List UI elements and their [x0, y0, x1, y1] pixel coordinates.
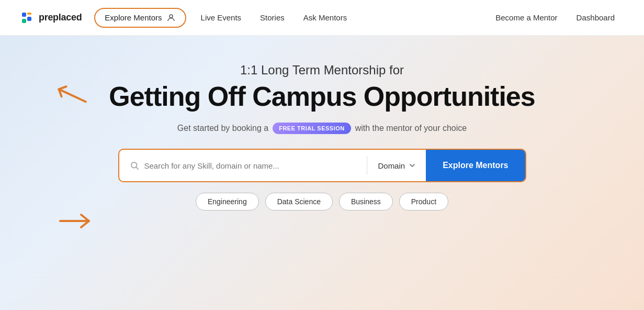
nav-become-mentor[interactable]: Become a Mentor: [487, 9, 566, 26]
search-input-wrap: [119, 161, 367, 170]
arrow-mid-left-icon: [58, 208, 94, 237]
explore-mentors-button[interactable]: Explore Mentors: [426, 150, 525, 181]
domain-label: Domain: [378, 161, 405, 170]
svg-line-8: [136, 167, 138, 169]
chevron-down-icon: [409, 162, 415, 169]
search-icon: [130, 161, 139, 170]
hero-desc-before: Get started by booking a: [177, 124, 268, 133]
nav-explore-label: Explore Mentors: [105, 13, 162, 22]
navbar: preplaced Explore Mentors Live Events St…: [0, 0, 644, 36]
nav-right: Become a Mentor Dashboard: [487, 9, 623, 26]
svg-rect-1: [27, 13, 31, 15]
nav-stories[interactable]: Stories: [252, 9, 293, 26]
tag-data-science[interactable]: Data Science: [265, 193, 333, 211]
hero-title: Getting Off Campus Opportunities: [109, 81, 535, 112]
svg-rect-3: [27, 17, 31, 21]
domain-select[interactable]: Domain: [367, 161, 426, 170]
tag-engineering[interactable]: Engineering: [196, 193, 259, 211]
svg-line-5: [59, 82, 85, 109]
logo-text: preplaced: [39, 12, 82, 23]
arrow-top-left-icon: [52, 75, 95, 121]
user-icon: [166, 13, 176, 23]
search-box: Domain Explore Mentors: [118, 149, 526, 182]
free-trial-badge[interactable]: FREE TRIAL SESSION: [273, 123, 351, 134]
nav-links: Explore Mentors Live Events Stories Ask …: [94, 8, 487, 28]
nav-explore-mentors-button[interactable]: Explore Mentors: [94, 8, 186, 28]
logo-icon: [21, 10, 36, 25]
tag-row: Engineering Data Science Business Produc…: [196, 193, 448, 211]
tag-product[interactable]: Product: [399, 193, 448, 211]
hero-section: 1:1 Long Term Mentorship for Getting Off…: [0, 36, 644, 211]
svg-rect-0: [22, 13, 26, 17]
nav-dashboard[interactable]: Dashboard: [568, 9, 623, 26]
svg-point-4: [170, 15, 173, 18]
logo[interactable]: preplaced: [21, 10, 82, 25]
hero-desc-after: with the mentor of your choice: [355, 124, 467, 133]
svg-point-7: [131, 162, 137, 168]
hero-subtitle: 1:1 Long Term Mentorship for: [240, 63, 404, 78]
search-input[interactable]: [144, 161, 357, 170]
nav-live-events[interactable]: Live Events: [193, 9, 250, 26]
nav-ask-mentors[interactable]: Ask Mentors: [295, 9, 355, 26]
hero-description: Get started by booking a FREE TRIAL SESS…: [177, 123, 467, 134]
tag-business[interactable]: Business: [339, 193, 393, 211]
svg-rect-2: [22, 19, 26, 23]
